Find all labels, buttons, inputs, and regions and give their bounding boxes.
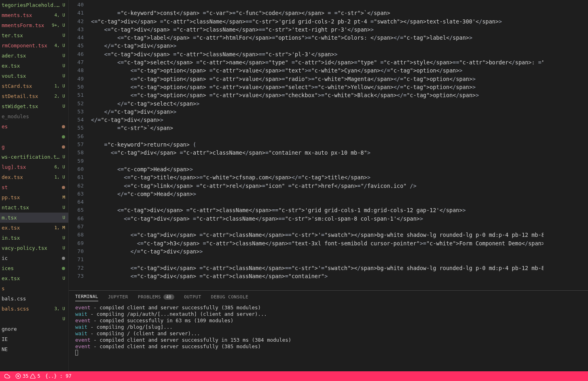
cloud-sync-icon[interactable] [4, 373, 11, 379]
code-editor[interactable]: 4041424344454647484950515253545556575859… [69, 0, 588, 290]
status-dot-icon [62, 267, 65, 270]
file-item[interactable]: e_modules [0, 111, 68, 121]
errors-warnings[interactable]: 35 5 [15, 373, 40, 379]
file-item[interactable]: rmComponent.tsx4, U [0, 40, 68, 51]
status-dot-icon [62, 257, 65, 260]
tab-debug[interactable]: DEBUG CONSOLE [211, 294, 249, 300]
error-count: 35 [23, 373, 28, 379]
file-item[interactable]: tegoriesPlacehold...U [0, 0, 68, 10]
status-dot-icon [62, 125, 65, 128]
git-status-badge: U [62, 215, 65, 220]
git-status-badge: 4, U [55, 43, 66, 48]
status-bar[interactable]: 35 5 {..} : 97 [0, 371, 588, 381]
git-status-badge: U [62, 205, 65, 210]
file-item[interactable]: ic [0, 253, 68, 263]
git-status-badge: U [62, 53, 65, 58]
git-status-badge: 4, U [55, 13, 66, 18]
file-item[interactable]: stWidget.tsxU [0, 101, 68, 111]
file-item[interactable]: gnore [0, 324, 68, 334]
file-item[interactable]: ices [0, 263, 68, 273]
file-item[interactable]: st [0, 182, 68, 192]
file-item[interactable]: ter.tsxU [0, 30, 68, 40]
git-status-badge: U [62, 316, 65, 321]
file-item[interactable]: s [0, 283, 68, 294]
warning-count: 5 [37, 373, 40, 379]
file-item[interactable]: ex.tsxU [0, 61, 68, 71]
git-status-badge: U [62, 2, 65, 8]
bottom-panel[interactable]: TERMINAL JUPYTER PROBLEMS 40 OUTPUT DEBU… [69, 290, 588, 371]
file-item[interactable]: ader.tsxU [0, 51, 68, 61]
file-item[interactable]: mments.tsx4, U [0, 10, 68, 20]
git-status-badge: 9+, U [52, 23, 65, 28]
line-gutter: 4041424344454647484950515253545556575859… [69, 0, 91, 290]
git-status-badge: 1, U [55, 175, 66, 180]
file-item[interactable]: ws-certification.tsxU [0, 152, 68, 162]
git-status-badge: U [62, 276, 65, 281]
tab-output[interactable]: OUTPUT [184, 294, 201, 300]
file-item[interactable]: mmentsForm.tsx9+, U [0, 20, 68, 30]
git-status-badge: U [62, 245, 65, 251]
problems-count-badge: 40 [163, 294, 174, 300]
git-status-badge: U [62, 63, 65, 68]
git-status-badge: 1, M [55, 225, 66, 230]
file-item[interactable]: ntact.tsxU [0, 202, 68, 213]
terminal-output[interactable]: event - compiled client and server succe… [69, 302, 588, 371]
file-item[interactable]: IE [0, 334, 68, 344]
file-item[interactable]: vout.tsxU [0, 71, 68, 81]
status-dot-icon [62, 186, 65, 189]
file-item[interactable]: stDetail.tsx2, U [0, 91, 68, 101]
status-dot-icon [62, 135, 65, 138]
file-item[interactable]: m.tsxU [0, 213, 68, 223]
file-item[interactable]: stCard.tsx1, U [0, 81, 68, 91]
git-status-badge: U [62, 235, 65, 241]
file-item[interactable]: vacy-policy.tsxU [0, 243, 68, 253]
file-item[interactable]: ex.tsxU [0, 273, 68, 283]
file-explorer[interactable]: tegoriesPlacehold...Umments.tsx4, Umment… [0, 0, 69, 371]
file-item[interactable]: es [0, 121, 68, 132]
bracket-info[interactable]: {..} : 97 [45, 373, 72, 379]
git-status-badge: 1, U [55, 83, 66, 89]
git-status-badge: U [62, 33, 65, 38]
file-item[interactable]: in.tsxU [0, 233, 68, 243]
file-item[interactable]: pp.tsxM [0, 192, 68, 202]
file-item[interactable]: g [0, 142, 68, 152]
panel-tabs[interactable]: TERMINAL JUPYTER PROBLEMS 40 OUTPUT DEBU… [69, 291, 588, 302]
file-item[interactable] [0, 132, 68, 142]
file-item[interactable]: bals.css [0, 294, 68, 304]
tab-problems-label: PROBLEMS [138, 294, 161, 300]
file-item[interactable]: NE [0, 344, 68, 354]
file-item[interactable]: ex.tsx1, M [0, 223, 68, 233]
tab-terminal[interactable]: TERMINAL [75, 294, 98, 301]
minimap[interactable] [544, 0, 588, 290]
tab-problems[interactable]: PROBLEMS 40 [138, 294, 174, 300]
file-item[interactable]: lug].tsx6, U [0, 162, 68, 172]
file-item[interactable]: bals.scss3, U [0, 304, 68, 314]
git-status-badge: U [62, 154, 65, 160]
git-status-badge: U [62, 104, 65, 109]
git-status-badge: U [62, 73, 65, 79]
git-status-badge: 6, U [55, 164, 66, 170]
git-status-badge: 3, U [55, 306, 66, 311]
code-content[interactable]: ="c-keyword">const</span> ="c-var">="c-f… [91, 0, 544, 290]
file-item[interactable]: dex.tsx1, U [0, 172, 68, 182]
file-item[interactable]: U [0, 314, 68, 324]
git-status-badge: 2, U [55, 94, 66, 99]
git-status-badge: M [62, 195, 65, 200]
status-dot-icon [62, 145, 65, 149]
tab-jupyter[interactable]: JUPYTER [108, 294, 128, 300]
